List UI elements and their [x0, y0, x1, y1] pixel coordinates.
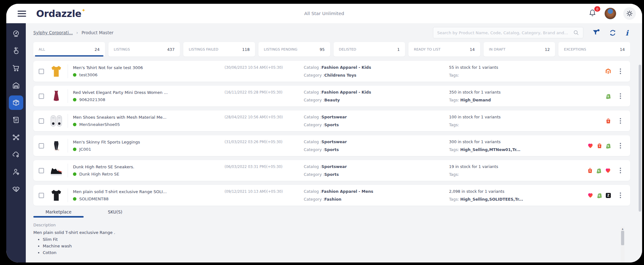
product-tags: High_Selling,SOLIDTEES,Tr... — [460, 197, 523, 202]
sidebar-item-user-settings[interactable] — [9, 165, 23, 179]
sidebar-item-warehouse[interactable] — [9, 78, 23, 93]
product-code: SOLIDMENT88 — [79, 197, 108, 201]
status-tab-delisted[interactable]: DELISTED1 — [334, 42, 405, 57]
product-catalog: Fashion Apparel - Mens — [321, 189, 373, 194]
list-scrollbar[interactable] — [639, 65, 641, 212]
tab-count: 24 — [95, 47, 100, 52]
row-menu-button[interactable] — [611, 118, 626, 124]
top-header: Ordazzle ✦ All Star Unlimited 0 — [6, 4, 642, 23]
user-settings-icon — [12, 168, 20, 176]
status-dot-icon — [73, 197, 76, 201]
breadcrumb-separator: › — [76, 30, 78, 35]
channel-icons: SZ — [565, 192, 611, 199]
product-row[interactable]: Men Shoes Sneakers with Mesh Material Me… — [33, 111, 630, 131]
status-tab-listings-failed[interactable]: LISTINGS FAILED118 — [183, 42, 255, 57]
svg-text:S: S — [608, 120, 609, 123]
product-catalog: Fashion Apparel - Kids — [321, 65, 371, 70]
divider — [68, 114, 68, 128]
status-tab-ready-to-list[interactable]: READY TO LIST14 — [408, 42, 480, 57]
sidebar-item-handshake[interactable] — [9, 182, 23, 196]
status-dot-icon — [73, 73, 76, 77]
status-tab-all[interactable]: ALL24 — [33, 42, 105, 57]
detail-tab-skus[interactable]: SKU(S) — [84, 209, 147, 218]
account-title: All Star Unlimited — [304, 11, 344, 16]
row-menu-button[interactable] — [611, 192, 626, 198]
brand-logo[interactable]: Ordazzle ✦ — [36, 8, 86, 19]
row-checkbox[interactable] — [39, 168, 44, 173]
svg-text:S: S — [589, 170, 591, 172]
status-tab-in-draft[interactable]: IN DRAFT12 — [484, 42, 555, 57]
detail-tab-marketplace[interactable]: Marketplace — [33, 209, 84, 218]
divider — [68, 89, 68, 103]
product-category: Fashion — [324, 197, 341, 202]
hamburger-menu-icon[interactable] — [18, 11, 26, 17]
app-window: Ordazzle ✦ All Star Unlimited 0 — [6, 4, 642, 262]
row-menu-button[interactable] — [611, 143, 626, 149]
tab-count: 437 — [167, 47, 175, 52]
search-icon[interactable] — [573, 30, 579, 36]
sidebar-item-cart[interactable] — [9, 61, 23, 75]
tab-label: LISTINGS — [114, 47, 130, 51]
shopify-icon: S — [605, 143, 611, 149]
tab-label: DELISTED — [339, 47, 357, 51]
row-checkbox[interactable] — [39, 143, 44, 149]
product-name: Men's Skinny Fit Sports Leggings — [73, 140, 225, 144]
shopify-icon: S — [605, 93, 611, 100]
description-bullet: Cotton — [43, 250, 642, 255]
row-menu-button[interactable] — [611, 68, 626, 74]
info-button[interactable]: i — [625, 29, 628, 36]
scrollbar-thumb[interactable] — [621, 231, 624, 245]
status-tab-listings[interactable]: LISTINGS437 — [108, 42, 180, 57]
sidebar-item-products-box[interactable] — [9, 95, 23, 110]
shopify-icon: S — [596, 167, 602, 174]
refresh-button[interactable] — [608, 29, 617, 37]
sidebar-item-dashboard[interactable] — [9, 26, 23, 41]
product-category: Childrens Toys — [324, 73, 356, 78]
status-tabs: ALL24LISTINGS437LISTINGS FAILED118LISTIN… — [26, 41, 642, 57]
warehouse-icon — [12, 81, 20, 89]
status-dot-icon — [73, 148, 76, 151]
status-tab-exceptions[interactable]: EXCEPTIONS14 — [558, 42, 630, 57]
notifications-button[interactable]: 0 — [588, 9, 597, 18]
product-date: (30/06/2023 10:54 AM)(+05:30) — [225, 61, 304, 70]
description-bullet: Machine wash — [43, 244, 642, 248]
product-row[interactable]: Men's Skinny Fit Sports Leggings JC001 (… — [33, 135, 630, 156]
product-row[interactable]: Dunk High Retro SE Sneakers. Dunk High R… — [33, 160, 630, 181]
filter-button[interactable] — [592, 29, 600, 37]
product-category: Sports — [324, 172, 339, 177]
sidebar-item-network[interactable] — [9, 130, 23, 144]
description-bullet: Slim Fit — [43, 237, 642, 242]
divider — [68, 139, 68, 153]
row-menu-button[interactable] — [611, 93, 626, 99]
row-checkbox[interactable] — [39, 94, 44, 99]
settings-button[interactable] — [623, 7, 636, 20]
product-row[interactable]: Men plain solid T-shirt exclusive Range … — [33, 185, 630, 206]
product-row[interactable]: Red Velvet Elegant Party Mini Dress Wome… — [33, 86, 630, 106]
product-code: Dunk High Retro SE — [79, 172, 119, 176]
user-avatar[interactable] — [604, 8, 616, 19]
search-input[interactable] — [437, 30, 573, 35]
tab-label: READY TO LIST — [414, 47, 441, 51]
product-name: Dunk High Retro SE Sneakers. — [73, 165, 225, 169]
scroll-up-icon[interactable]: ▲ — [622, 227, 623, 231]
row-checkbox[interactable] — [39, 118, 44, 124]
product-row[interactable]: Men's Tshirt Not for sale test 3006 test… — [33, 61, 630, 82]
sidebar-item-cloud-settings[interactable] — [9, 147, 23, 162]
divider — [68, 64, 68, 78]
row-checkbox[interactable] — [39, 69, 44, 74]
product-stock: 19 in stock for 1 variants — [449, 164, 565, 169]
product-category: Sports — [324, 147, 339, 152]
breadcrumb-parent-link[interactable]: Sylphy Corporati... — [33, 30, 73, 35]
products-box-icon — [12, 99, 20, 107]
row-menu-button[interactable] — [611, 168, 626, 173]
handshake-icon — [12, 185, 20, 193]
row-checkbox[interactable] — [39, 193, 44, 198]
status-tab-listings-pending[interactable]: LISTINGS PENDING95 — [258, 42, 330, 57]
detail-scrollbar[interactable]: ▲ — [621, 227, 625, 262]
svg-text:S: S — [598, 194, 600, 197]
product-image — [48, 137, 64, 154]
svg-text:Z: Z — [607, 193, 609, 197]
sidebar-item-listing-doc[interactable] — [9, 113, 23, 127]
product-name: Men plain solid T-shirt exclusive Range … — [73, 189, 225, 194]
sidebar-item-hand-pointer[interactable] — [9, 44, 23, 58]
